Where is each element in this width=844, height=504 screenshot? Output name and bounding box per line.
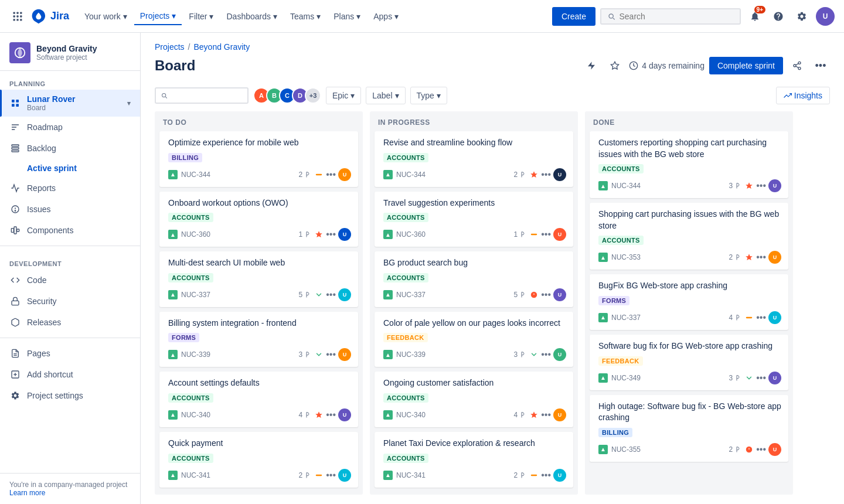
issue-icon: ▲	[383, 170, 393, 179]
board-card[interactable]: Travel suggestion experiments ACCOUNTS ▲…	[375, 192, 573, 247]
type-filter[interactable]: Type ▾	[410, 87, 447, 104]
board-card[interactable]: Multi-dest search UI mobile web ACCOUNTS…	[159, 251, 358, 307]
card-more-options[interactable]: •••	[756, 444, 766, 455]
board-card[interactable]: Customers reporting shopping cart purcha…	[590, 131, 788, 198]
board-card[interactable]: Revise and streamline booking flow ACCOU…	[375, 131, 573, 187]
nav-apps[interactable]: Apps ▾	[367, 8, 404, 25]
card-more-options[interactable]: •••	[541, 470, 551, 481]
board-card[interactable]: Shopping cart purchasing issues with the…	[590, 203, 788, 270]
avatar-more[interactable]: +3	[305, 87, 321, 104]
sidebar-item-components[interactable]: Components	[0, 220, 140, 241]
card-more-options[interactable]: •••	[326, 410, 336, 420]
card-more-options[interactable]: •••	[326, 229, 336, 240]
card-more-options[interactable]: •••	[541, 169, 551, 180]
board-card[interactable]: Billing system integration - frontend FO…	[159, 312, 358, 367]
more-options-button[interactable]: •••	[811, 56, 830, 75]
board-card[interactable]: Software bug fix for BG Web-store app cr…	[590, 335, 788, 390]
card-avatar: U	[338, 288, 351, 301]
complete-sprint-button[interactable]: Complete sprint	[709, 57, 783, 74]
card-more-options[interactable]: •••	[756, 252, 766, 263]
board-card[interactable]: Quick payment ACCOUNTS ▲ NUC-341 2 ••• U	[159, 432, 358, 488]
card-more-options[interactable]: •••	[541, 229, 551, 240]
board-card[interactable]: BugFix BG Web-store app crashing FORMS ▲…	[590, 274, 788, 330]
branch-icon	[305, 411, 312, 418]
lightning-button[interactable]	[582, 56, 601, 75]
share-button[interactable]	[788, 56, 806, 75]
card-more-options[interactable]: •••	[326, 290, 336, 300]
sidebar-item-roadmap[interactable]: Roadmap	[0, 117, 140, 138]
story-points: 3	[514, 350, 518, 359]
learn-more-link[interactable]: Learn more	[9, 489, 45, 497]
board-card[interactable]: Planet Taxi Device exploration & researc…	[375, 432, 573, 488]
issue-icon: ▲	[598, 313, 608, 322]
sidebar-item-active-sprint[interactable]: Active sprint	[0, 159, 140, 178]
card-meta: 3 ••• U	[729, 372, 782, 384]
label-filter[interactable]: Label ▾	[366, 87, 405, 104]
card-more-options[interactable]: •••	[756, 181, 766, 191]
sidebar-project[interactable]: Beyond Gravity Software project	[0, 33, 140, 71]
planning-section-label: PLANNING	[0, 71, 140, 90]
security-icon	[9, 295, 21, 307]
board-card[interactable]: Onboard workout options (OWO) ACCOUNTS ▲…	[159, 192, 358, 247]
epic-filter[interactable]: Epic ▾	[326, 87, 361, 104]
sidebar-item-releases[interactable]: Releases	[0, 312, 140, 333]
card-more-options[interactable]: •••	[541, 290, 551, 300]
sidebar-item-backlog[interactable]: Backlog	[0, 138, 140, 159]
settings-button[interactable]	[792, 7, 811, 26]
board-search-input[interactable]	[170, 91, 243, 100]
card-more-options[interactable]: •••	[756, 373, 766, 383]
board-card[interactable]: Color of pale yellow on our pages looks …	[375, 312, 573, 367]
sidebar-item-pages[interactable]: Pages	[0, 343, 140, 364]
issue-id: NUC-344	[181, 171, 295, 179]
grid-icon[interactable]	[9, 8, 26, 25]
board-card[interactable]: Optimize experience for mobile web BILLI…	[159, 131, 358, 187]
card-more-options[interactable]: •••	[541, 349, 551, 360]
card-footer: ▲ NUC-353 2 ••• U	[598, 251, 781, 264]
chevron-icon: ▾	[127, 100, 131, 107]
breadcrumb-beyond-gravity-link[interactable]: Beyond Gravity	[193, 42, 250, 52]
board-card[interactable]: High outage: Software bug fix - BG Web-s…	[590, 395, 788, 462]
card-more-options[interactable]: •••	[326, 349, 336, 360]
nav-plans[interactable]: Plans ▾	[328, 8, 366, 25]
help-button[interactable]	[769, 7, 788, 26]
breadcrumb-projects-link[interactable]: Projects	[155, 42, 185, 52]
add-shortcut-icon	[9, 369, 21, 380]
insights-button[interactable]: Insights	[776, 87, 830, 104]
breadcrumb: Projects / Beyond Gravity	[141, 33, 844, 54]
nav-your-work[interactable]: Your work ▾	[79, 8, 133, 25]
star-button[interactable]	[605, 56, 624, 75]
nav-projects[interactable]: Projects ▾	[134, 8, 182, 25]
sidebar-item-project-settings[interactable]: Project settings	[0, 385, 140, 406]
board-container: TO DO Optimize experience for mobile web…	[141, 111, 844, 504]
sidebar-item-code[interactable]: Code	[0, 270, 140, 291]
card-more-options[interactable]: •••	[326, 470, 336, 481]
card-more-options[interactable]: •••	[541, 410, 551, 420]
board-search[interactable]	[155, 87, 249, 104]
sidebar-item-add-shortcut[interactable]: Add shortcut	[0, 364, 140, 385]
card-title: Travel suggestion experiments	[383, 197, 566, 209]
create-button[interactable]: Create	[552, 7, 595, 26]
svg-rect-43	[316, 474, 322, 475]
search-box[interactable]	[600, 8, 741, 25]
issue-icon: ▲	[168, 410, 178, 420]
board-toolbar: A B C D +3 Epic ▾ Label ▾ Type ▾	[141, 82, 844, 111]
sidebar-item-lunar-rover[interactable]: Lunar Rover Board ▾	[0, 90, 140, 117]
sidebar-item-security[interactable]: Security	[0, 291, 140, 312]
sidebar-item-reports[interactable]: Reports	[0, 178, 140, 199]
board-card[interactable]: Account settings defaults ACCOUNTS ▲ NUC…	[159, 372, 358, 427]
sidebar-item-issues[interactable]: Issues	[0, 199, 140, 220]
card-tag: ACCOUNTS	[168, 393, 213, 403]
logo[interactable]: Jira	[30, 8, 69, 25]
user-avatar[interactable]: U	[816, 7, 835, 26]
story-points: 2	[299, 171, 303, 179]
nav-teams[interactable]: Teams ▾	[284, 8, 326, 25]
card-more-options[interactable]: •••	[326, 169, 336, 180]
nav-dashboards[interactable]: Dashboards ▾	[220, 8, 283, 25]
notifications-button[interactable]: 9+	[746, 7, 764, 26]
branch-icon	[735, 446, 742, 453]
nav-filter[interactable]: Filter ▾	[183, 8, 219, 25]
card-more-options[interactable]: •••	[756, 312, 766, 323]
search-input[interactable]	[619, 12, 734, 21]
board-card[interactable]: Ongoing customer satisfaction ACCOUNTS ▲…	[375, 372, 573, 427]
board-card[interactable]: BG product search bug ACCOUNTS ▲ NUC-337…	[375, 251, 573, 307]
